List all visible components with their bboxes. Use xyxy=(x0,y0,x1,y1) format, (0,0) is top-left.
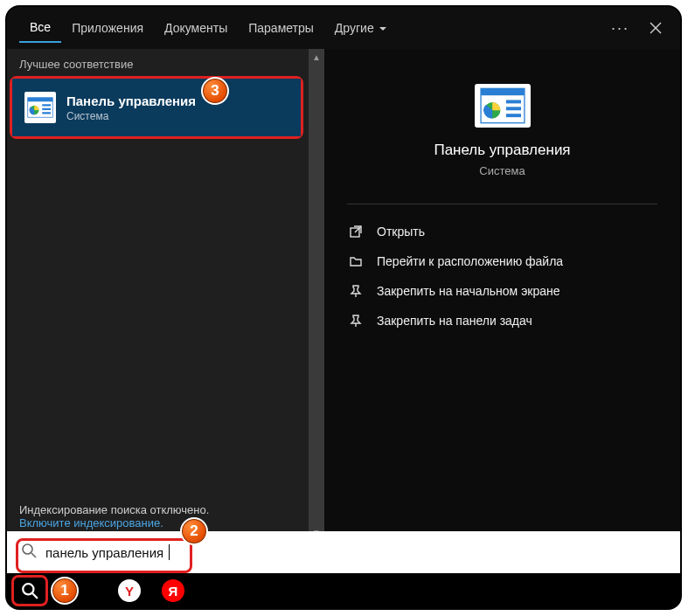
action-label: Закрепить на начальном экране xyxy=(377,284,560,298)
scroll-up-icon[interactable]: ▲ xyxy=(309,49,324,65)
search-window: Все Приложения Документы Параметры Други… xyxy=(5,5,682,610)
action-label: Открыть xyxy=(377,225,425,239)
open-icon xyxy=(347,225,365,239)
result-text-block: Панель управления Система xyxy=(66,93,196,122)
more-options-button[interactable]: ··· xyxy=(602,19,638,38)
yandex-icon: Я xyxy=(162,579,184,602)
pin-taskbar-icon xyxy=(347,314,365,328)
svg-rect-5 xyxy=(42,104,51,106)
action-open-file-location[interactable]: Перейти к расположению файла xyxy=(333,246,671,276)
tab-more[interactable]: Другие xyxy=(324,14,397,42)
close-button[interactable] xyxy=(638,10,673,45)
yandex-browser-icon: Y xyxy=(118,579,141,602)
taskbar-yandex-browser-button[interactable]: Y xyxy=(110,575,149,606)
detail-divider xyxy=(347,204,657,204)
tab-documents[interactable]: Документы xyxy=(154,14,238,42)
svg-rect-13 xyxy=(505,114,520,117)
control-panel-icon xyxy=(24,92,56,123)
annotation-outline-search xyxy=(16,538,192,573)
result-subtitle: Система xyxy=(66,110,196,122)
svg-rect-12 xyxy=(505,107,520,110)
svg-rect-7 xyxy=(42,112,51,114)
tab-apps[interactable]: Приложения xyxy=(61,14,154,42)
indexing-status-text: Индексирование поиска отключено. xyxy=(19,503,296,516)
tab-all[interactable]: Все xyxy=(19,13,61,43)
annotation-badge-1: 1 xyxy=(51,577,79,605)
action-label: Перейти к расположению файла xyxy=(377,254,563,268)
detail-title: Панель управления xyxy=(434,142,570,159)
svg-rect-6 xyxy=(42,108,51,110)
annotation-badge-3: 3 xyxy=(201,77,229,105)
results-scrollbar[interactable]: ▲ ▼ xyxy=(309,49,324,540)
taskbar-search-button[interactable] xyxy=(10,575,49,606)
section-header-best-match: Лучшее соответствие xyxy=(7,49,309,76)
tab-settings[interactable]: Параметры xyxy=(238,14,324,42)
svg-line-20 xyxy=(32,593,38,599)
enable-indexing-link[interactable]: Включите индексирование. xyxy=(19,516,163,529)
search-icon xyxy=(21,582,38,599)
action-pin-start[interactable]: Закрепить на начальном экране xyxy=(333,276,671,306)
detail-pane: Панель управления Система Открыть Перейт… xyxy=(324,49,680,540)
pin-start-icon xyxy=(347,284,365,298)
taskbar: Y Я xyxy=(7,573,680,608)
svg-rect-11 xyxy=(505,100,520,103)
folder-icon xyxy=(347,254,365,268)
action-pin-taskbar[interactable]: Закрепить на панели задач xyxy=(333,306,671,336)
close-icon xyxy=(650,22,662,34)
svg-point-19 xyxy=(23,584,33,594)
results-column: Лучшее соответствие xyxy=(7,49,309,540)
svg-rect-9 xyxy=(481,88,525,95)
detail-subtitle: Система xyxy=(479,164,525,177)
annotation-outline-taskbar-search xyxy=(11,575,48,606)
svg-rect-3 xyxy=(28,98,53,102)
result-item-control-panel[interactable]: Панель управления Система xyxy=(12,79,301,136)
action-label: Закрепить на панели задач xyxy=(377,314,532,328)
detail-actions: Открыть Перейти к расположению файла Зак… xyxy=(324,210,680,343)
action-open[interactable]: Открыть xyxy=(333,217,671,246)
control-panel-large-icon xyxy=(475,84,531,128)
filter-tabs: Все Приложения Документы Параметры Други… xyxy=(7,7,680,49)
main-area: Лучшее соответствие xyxy=(7,49,680,540)
annotation-badge-2: 2 xyxy=(180,517,208,545)
taskbar-yandex-button[interactable]: Я xyxy=(154,575,192,606)
detail-header: Панель управления Система xyxy=(324,49,680,198)
annotation-outline-result: Панель управления Система xyxy=(10,76,303,139)
result-title: Панель управления xyxy=(66,93,196,108)
